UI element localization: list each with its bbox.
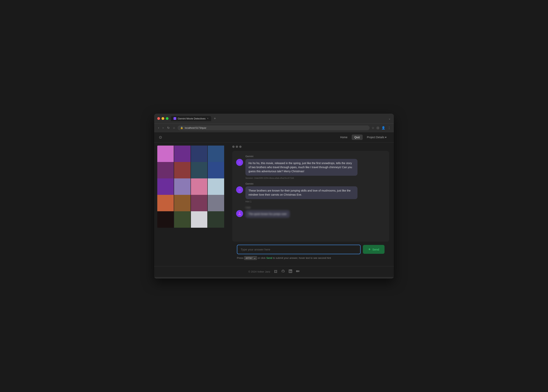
color-cell-10[interactable]: [191, 178, 207, 195]
browser-actions: ☆ ⊡ 👤 ⋮: [372, 126, 391, 130]
color-cell-18[interactable]: [191, 211, 207, 228]
tab-title: Gemini Movie Detectives: [178, 117, 206, 120]
footer-icon-linkedin[interactable]: [289, 269, 292, 274]
message-meta-1: Session: 2dab30f6-5294-4bea-a9ab-d5a23cc…: [245, 177, 385, 179]
blurred-sender: User: [245, 206, 385, 209]
browser-window: Gemini Movie Detectives × + ⌄ ‹ › ↻ ⌂ 🔒 …: [154, 114, 394, 279]
color-cell-4[interactable]: [157, 162, 174, 178]
message-row-1: Ho ho ho, this movie, released in the sp…: [236, 159, 385, 176]
color-cell-17[interactable]: [174, 211, 191, 228]
app-content: ⊙ Home Quiz Project Details ▾: [154, 132, 394, 277]
color-cell-16[interactable]: [157, 211, 174, 228]
hint-text: Press enter ↵ or click Send to submit yo…: [237, 256, 385, 260]
hint-send-link[interactable]: Send: [266, 257, 272, 259]
chat-dot-2: [236, 146, 238, 148]
tab-favicon: [173, 117, 176, 120]
browser-tab[interactable]: Gemini Movie Detectives ×: [171, 116, 211, 121]
back-button[interactable]: ‹: [157, 125, 160, 130]
footer-icon-medium[interactable]: [296, 269, 299, 274]
app-footer: © 2024 Volker Janz 🖼: [154, 266, 394, 277]
answer-input[interactable]: [237, 245, 361, 254]
main-layout: Gemini Ho ho h: [154, 142, 394, 266]
send-icon: ✈: [368, 248, 371, 251]
color-cell-3[interactable]: [208, 146, 224, 162]
color-cell-5[interactable]: [174, 162, 191, 178]
app-navbar: ⊙ Home Quiz Project Details ▾: [154, 132, 394, 142]
chat-panel: Gemini Ho ho h: [228, 142, 394, 266]
nav-home[interactable]: Home: [338, 134, 350, 140]
svg-point-3: [238, 188, 241, 191]
avatar-gemini-2: [236, 186, 243, 193]
svg-point-5: [240, 189, 241, 190]
footer-icon-github[interactable]: [281, 269, 285, 274]
hint-label-1: Hint 1: [245, 200, 385, 203]
color-cell-13[interactable]: [174, 195, 191, 211]
address-bar[interactable]: 🔒 localhost:5173/quiz: [178, 126, 370, 130]
input-row: ✈ Send: [237, 245, 385, 254]
browser-bottom-bar: [154, 277, 394, 279]
extensions-icon[interactable]: ⊡: [377, 126, 379, 130]
palette-panel: [154, 142, 228, 266]
color-cell-9[interactable]: [174, 178, 191, 195]
color-cell-14[interactable]: [191, 195, 207, 211]
svg-point-1: [239, 161, 239, 162]
footer-copyright: © 2024 Volker Janz: [249, 270, 270, 273]
message-row-3: The quick brown fox jumps over: [236, 210, 385, 218]
hint-rest-text: to submit your answer, hover text to see…: [273, 257, 331, 259]
tab-bar: Gemini Movie Detectives × +: [171, 116, 386, 121]
avatar-user: [236, 210, 243, 217]
close-button[interactable]: [157, 117, 160, 120]
blurred-message-bubble: The quick brown fox jumps over: [245, 210, 290, 218]
chat-dot-3: [239, 146, 242, 148]
input-area: ✈ Send Press enter ↵ or click Send to su…: [232, 242, 389, 263]
footer-icon-gallery[interactable]: 🖼: [274, 270, 277, 274]
message-row-2: These brothers are known for their jumpi…: [236, 186, 385, 199]
color-cell-11[interactable]: [208, 178, 224, 195]
bookmark-icon[interactable]: ☆: [372, 126, 374, 130]
forward-button[interactable]: ›: [162, 125, 164, 130]
tab-close-button[interactable]: ×: [207, 117, 208, 120]
chat-messages: Gemini Ho ho h: [232, 151, 389, 242]
hint-press-text: Press: [237, 257, 243, 259]
nav-quiz[interactable]: Quiz: [352, 134, 363, 140]
send-button[interactable]: ✈ Send: [363, 245, 385, 254]
color-cell-6[interactable]: [191, 162, 207, 178]
home-button[interactable]: ⌂: [172, 125, 176, 130]
profile-icon[interactable]: 👤: [382, 126, 385, 130]
color-cell-15[interactable]: [208, 195, 224, 211]
browser-controls: ‹ › ↻ ⌂ 🔒 localhost:5173/quiz ☆ ⊡ 👤 ⋮: [154, 124, 394, 132]
new-tab-button[interactable]: +: [213, 117, 217, 121]
browser-titlebar: Gemini Movie Detectives × + ⌄: [154, 114, 394, 124]
message-bubble-2: These brothers are known for their jumpi…: [245, 186, 357, 199]
maximize-button[interactable]: [166, 117, 168, 120]
nav-links: Home Quiz Project Details ▾: [338, 134, 389, 140]
message-sender-2: Gemini: [245, 182, 385, 185]
color-cell-19[interactable]: [208, 211, 224, 228]
menu-icon[interactable]: ⋮: [388, 126, 391, 130]
nav-project-details[interactable]: Project Details ▾: [364, 134, 389, 140]
message-bubble-1: Ho ho ho, this movie, released in the sp…: [245, 159, 357, 176]
color-grid: [157, 146, 225, 228]
message-group-1: Gemini Ho ho h: [236, 155, 385, 179]
message-group-2: Gemini These brothers are known f: [236, 182, 385, 203]
hint-or-text: or click: [258, 257, 265, 259]
app-logo-icon: ⊙: [159, 135, 162, 140]
color-cell-2[interactable]: [191, 146, 207, 162]
svg-point-6: [239, 212, 240, 213]
color-cell-8[interactable]: [157, 178, 174, 195]
send-label: Send: [372, 248, 379, 251]
minimize-button[interactable]: [161, 117, 164, 120]
message-sender-1: Gemini: [245, 155, 385, 158]
nav-project-details-label: Project Details: [367, 136, 384, 139]
color-cell-12[interactable]: [157, 195, 174, 211]
color-cell-0[interactable]: [157, 146, 174, 162]
traffic-lights: [157, 117, 168, 120]
chevron-down-icon: ▾: [385, 136, 387, 139]
svg-point-4: [239, 189, 239, 190]
color-cell-1[interactable]: [174, 146, 191, 162]
color-cell-7[interactable]: [208, 162, 224, 178]
url-display: localhost:5173/quiz: [185, 126, 206, 129]
sidebar-toggle[interactable]: ⌄: [388, 117, 391, 120]
reload-button[interactable]: ↻: [166, 125, 170, 131]
enter-kbd: enter ↵: [244, 256, 257, 260]
